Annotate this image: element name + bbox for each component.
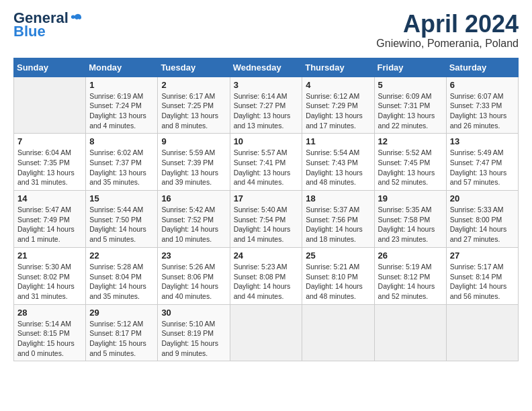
day-info: Sunrise: 5:42 AMSunset: 7:52 PMDaylight:… — [161, 205, 226, 244]
calendar-cell: 15Sunrise: 5:44 AMSunset: 7:50 PMDayligh… — [86, 191, 158, 248]
day-info: Sunrise: 6:17 AMSunset: 7:25 PMDaylight:… — [161, 91, 226, 131]
day-info: Sunrise: 5:26 AMSunset: 8:06 PMDaylight:… — [161, 262, 226, 302]
calendar-cell: 11Sunrise: 5:54 AMSunset: 7:43 PMDayligh… — [302, 134, 374, 191]
calendar-cell: 20Sunrise: 5:33 AMSunset: 8:00 PMDayligh… — [446, 191, 518, 248]
day-number: 17 — [234, 193, 299, 203]
day-number: 9 — [161, 136, 226, 146]
day-info: Sunrise: 5:54 AMSunset: 7:43 PMDaylight:… — [306, 148, 370, 187]
location-subtitle: Gniewino, Pomerania, Poland — [376, 38, 519, 50]
logo-blue-text: Blue — [13, 23, 46, 40]
day-info: Sunrise: 5:28 AMSunset: 8:04 PMDaylight:… — [89, 262, 154, 302]
day-number: 1 — [89, 80, 154, 90]
calendar-cell: 1Sunrise: 6:19 AMSunset: 7:24 PMDaylight… — [86, 77, 158, 134]
day-info: Sunrise: 6:02 AMSunset: 7:37 PMDaylight:… — [89, 148, 154, 187]
day-info: Sunrise: 5:40 AMSunset: 7:54 PMDaylight:… — [234, 205, 299, 244]
day-number: 10 — [234, 136, 299, 146]
header: General Blue April 2024 Gniewino, Pomera… — [13, 11, 519, 50]
logo-bird-icon — [70, 12, 82, 24]
day-number: 25 — [306, 250, 370, 261]
calendar-cell: 16Sunrise: 5:42 AMSunset: 7:52 PMDayligh… — [158, 191, 230, 248]
day-number: 21 — [17, 250, 82, 261]
day-number: 13 — [450, 136, 515, 146]
day-info: Sunrise: 5:49 AMSunset: 7:47 PMDaylight:… — [450, 148, 515, 187]
day-number: 3 — [234, 80, 299, 90]
calendar-cell: 8Sunrise: 6:02 AMSunset: 7:37 PMDaylight… — [86, 134, 158, 191]
day-info: Sunrise: 5:30 AMSunset: 8:02 PMDaylight:… — [17, 262, 82, 302]
day-info: Sunrise: 5:35 AMSunset: 7:58 PMDaylight:… — [378, 205, 443, 244]
day-number: 12 — [378, 136, 443, 146]
week-row-2: 7Sunrise: 6:04 AMSunset: 7:35 PMDaylight… — [14, 134, 519, 191]
day-info: Sunrise: 5:33 AMSunset: 8:00 PMDaylight:… — [450, 205, 515, 244]
day-info: Sunrise: 5:57 AMSunset: 7:41 PMDaylight:… — [234, 148, 299, 187]
calendar-cell: 7Sunrise: 6:04 AMSunset: 7:35 PMDaylight… — [14, 134, 86, 191]
calendar-cell — [14, 77, 86, 134]
day-info: Sunrise: 5:44 AMSunset: 7:50 PMDaylight:… — [89, 205, 154, 244]
calendar-cell: 21Sunrise: 5:30 AMSunset: 8:02 PMDayligh… — [14, 247, 86, 304]
logo: General Blue — [13, 11, 82, 40]
calendar-cell: 29Sunrise: 5:12 AMSunset: 8:17 PMDayligh… — [86, 304, 158, 361]
calendar-cell: 19Sunrise: 5:35 AMSunset: 7:58 PMDayligh… — [374, 191, 446, 248]
day-number: 16 — [161, 193, 226, 203]
week-row-4: 21Sunrise: 5:30 AMSunset: 8:02 PMDayligh… — [14, 247, 519, 304]
week-row-5: 28Sunrise: 5:14 AMSunset: 8:15 PMDayligh… — [14, 304, 519, 361]
weekday-header-monday: Monday — [86, 58, 158, 77]
day-number: 8 — [89, 136, 154, 146]
day-number: 15 — [89, 193, 154, 203]
calendar-cell: 24Sunrise: 5:23 AMSunset: 8:08 PMDayligh… — [230, 247, 302, 304]
calendar-cell: 14Sunrise: 5:47 AMSunset: 7:49 PMDayligh… — [14, 191, 86, 248]
day-info: Sunrise: 5:21 AMSunset: 8:10 PMDaylight:… — [306, 262, 370, 302]
calendar-cell — [302, 304, 374, 361]
day-info: Sunrise: 6:04 AMSunset: 7:35 PMDaylight:… — [17, 148, 82, 187]
day-number: 19 — [378, 193, 443, 203]
day-number: 7 — [17, 136, 82, 146]
day-number: 24 — [234, 250, 299, 261]
calendar-cell: 13Sunrise: 5:49 AMSunset: 7:47 PMDayligh… — [446, 134, 518, 191]
day-number: 30 — [161, 308, 226, 318]
calendar-cell — [374, 304, 446, 361]
day-info: Sunrise: 5:17 AMSunset: 8:14 PMDaylight:… — [450, 262, 515, 302]
day-number: 20 — [450, 193, 515, 203]
weekday-header-saturday: Saturday — [446, 58, 518, 77]
calendar-cell: 6Sunrise: 6:07 AMSunset: 7:33 PMDaylight… — [446, 77, 518, 134]
day-number: 27 — [450, 250, 515, 261]
calendar-cell: 25Sunrise: 5:21 AMSunset: 8:10 PMDayligh… — [302, 247, 374, 304]
day-number: 29 — [89, 308, 154, 318]
day-number: 26 — [378, 250, 443, 261]
day-info: Sunrise: 6:12 AMSunset: 7:29 PMDaylight:… — [306, 91, 370, 131]
week-row-1: 1Sunrise: 6:19 AMSunset: 7:24 PMDaylight… — [14, 77, 519, 134]
calendar-cell: 2Sunrise: 6:17 AMSunset: 7:25 PMDaylight… — [158, 77, 230, 134]
calendar-cell: 12Sunrise: 5:52 AMSunset: 7:45 PMDayligh… — [374, 134, 446, 191]
day-info: Sunrise: 6:09 AMSunset: 7:31 PMDaylight:… — [378, 91, 443, 131]
calendar-cell: 5Sunrise: 6:09 AMSunset: 7:31 PMDaylight… — [374, 77, 446, 134]
calendar-cell: 23Sunrise: 5:26 AMSunset: 8:06 PMDayligh… — [158, 247, 230, 304]
calendar-table: SundayMondayTuesdayWednesdayThursdayFrid… — [13, 58, 519, 362]
day-info: Sunrise: 6:19 AMSunset: 7:24 PMDaylight:… — [89, 91, 154, 131]
calendar-cell: 18Sunrise: 5:37 AMSunset: 7:56 PMDayligh… — [302, 191, 374, 248]
day-info: Sunrise: 5:14 AMSunset: 8:15 PMDaylight:… — [17, 319, 82, 359]
calendar-cell: 10Sunrise: 5:57 AMSunset: 7:41 PMDayligh… — [230, 134, 302, 191]
day-info: Sunrise: 5:10 AMSunset: 8:19 PMDaylight:… — [161, 319, 226, 359]
weekday-header-wednesday: Wednesday — [230, 58, 302, 77]
day-info: Sunrise: 6:07 AMSunset: 7:33 PMDaylight:… — [450, 91, 515, 131]
day-number: 28 — [17, 308, 82, 318]
calendar-cell: 28Sunrise: 5:14 AMSunset: 8:15 PMDayligh… — [14, 304, 86, 361]
calendar-cell: 17Sunrise: 5:40 AMSunset: 7:54 PMDayligh… — [230, 191, 302, 248]
calendar-cell: 3Sunrise: 6:14 AMSunset: 7:27 PMDaylight… — [230, 77, 302, 134]
calendar-cell: 9Sunrise: 5:59 AMSunset: 7:39 PMDaylight… — [158, 134, 230, 191]
calendar-cell: 26Sunrise: 5:19 AMSunset: 8:12 PMDayligh… — [374, 247, 446, 304]
weekday-header-row: SundayMondayTuesdayWednesdayThursdayFrid… — [14, 58, 519, 77]
day-number: 18 — [306, 193, 370, 203]
day-info: Sunrise: 5:19 AMSunset: 8:12 PMDaylight:… — [378, 262, 443, 302]
day-info: Sunrise: 5:23 AMSunset: 8:08 PMDaylight:… — [234, 262, 299, 302]
weekday-header-sunday: Sunday — [14, 58, 86, 77]
day-number: 6 — [450, 80, 515, 90]
day-info: Sunrise: 5:52 AMSunset: 7:45 PMDaylight:… — [378, 148, 443, 187]
calendar-cell — [230, 304, 302, 361]
day-number: 23 — [161, 250, 226, 261]
month-title: April 2024 — [376, 11, 519, 38]
day-number: 14 — [17, 193, 82, 203]
calendar-cell: 22Sunrise: 5:28 AMSunset: 8:04 PMDayligh… — [86, 247, 158, 304]
day-number: 4 — [306, 80, 370, 90]
title-area: April 2024 Gniewino, Pomerania, Poland — [376, 11, 519, 50]
week-row-3: 14Sunrise: 5:47 AMSunset: 7:49 PMDayligh… — [14, 191, 519, 248]
